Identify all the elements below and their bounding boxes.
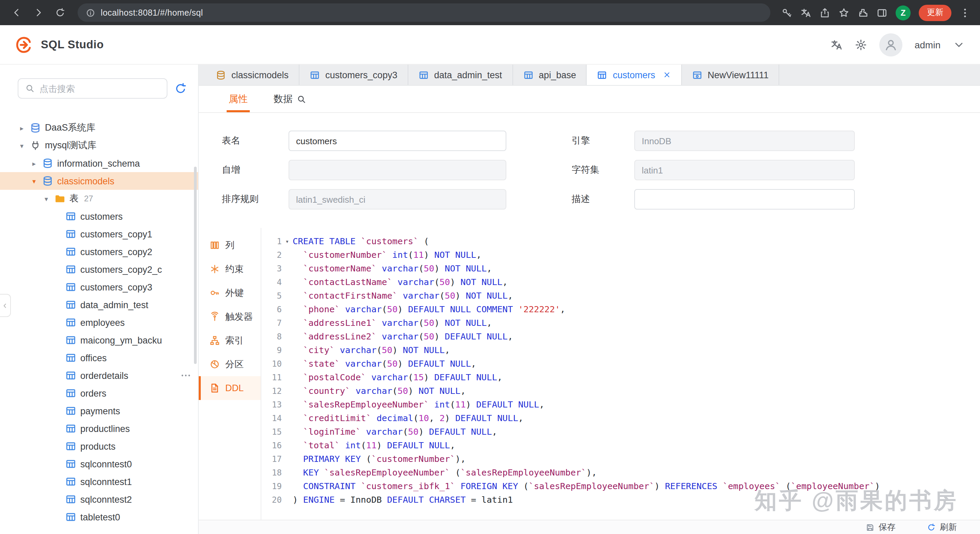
reload-button[interactable] [51, 4, 69, 21]
save-button[interactable]: 保存 [865, 521, 896, 533]
fold-spacer [282, 357, 293, 371]
code-line-10[interactable]: 10 `state` varchar(50) DEFAULT NULL, [261, 357, 980, 371]
charset-input[interactable] [634, 160, 855, 180]
user-avatar[interactable] [879, 33, 902, 56]
tab-classicmodels[interactable]: classicmodels [205, 65, 299, 85]
fold-arrow-icon[interactable]: ▾ [282, 235, 293, 248]
tree-item-orders[interactable]: orders [0, 385, 198, 402]
tree-item-maicong_ym_backu[interactable]: maicong_ym_backu [0, 331, 198, 349]
tree-item-employees[interactable]: employees [0, 314, 198, 331]
extensions-icon[interactable] [858, 7, 869, 18]
chevron-down-icon[interactable]: ▾ [42, 195, 50, 202]
tree-item-customers_copy1[interactable]: customers_copy1 [0, 225, 198, 243]
chevron-down-icon[interactable]: ▾ [18, 142, 26, 149]
forward-button[interactable] [29, 4, 47, 21]
tab-data[interactable]: 数据 [274, 86, 306, 112]
tab-properties[interactable]: 属性 [229, 86, 248, 112]
refresh-connections-icon[interactable] [174, 82, 187, 95]
chevron-down-icon[interactable]: ▾ [30, 177, 38, 185]
tree-item-information_schema[interactable]: ▸information_schema [0, 154, 198, 172]
tree-item-mysql测试库[interactable]: ▾mysql测试库 [0, 137, 198, 154]
tree-item-tabletest0[interactable]: tabletest0 [0, 508, 198, 526]
back-button[interactable] [8, 4, 25, 21]
tab-NewView11111[interactable]: NewView11111 [682, 65, 780, 85]
tree-item-sqlconntest2[interactable]: sqlconntest2 [0, 491, 198, 508]
translate-icon[interactable] [800, 7, 811, 18]
side-menu-partition[interactable]: 分区 [199, 352, 261, 376]
side-menu-index[interactable]: 索引 [199, 329, 261, 352]
code-line-6[interactable]: 6 `phone` varchar(50) DEFAULT NULL COMME… [261, 303, 980, 316]
side-panel-icon[interactable] [877, 7, 888, 18]
tree-item-customers_copy3[interactable]: customers_copy3 [0, 278, 198, 296]
more-actions-icon[interactable] [180, 370, 191, 381]
sidebar-collapse-handle[interactable] [0, 294, 11, 317]
side-menu-constraint[interactable]: 约束 [199, 257, 261, 281]
code-line-16[interactable]: 16 `total` int(11) DEFAULT NULL, [261, 439, 980, 452]
code-line-2[interactable]: 2 `customerNumber` int(11) NOT NULL, [261, 248, 980, 262]
tab-data_admin_test[interactable]: data_admin_test [408, 65, 513, 85]
table-name-input[interactable] [288, 130, 506, 151]
code-line-12[interactable]: 12 `country` varchar(50) NOT NULL, [261, 385, 980, 398]
code-line-5[interactable]: 5 `contactFirstName` varchar(50) NOT NUL… [261, 289, 980, 303]
tree-item-表[interactable]: ▾表27 [0, 190, 198, 208]
tree-item-customers_copy2[interactable]: customers_copy2 [0, 243, 198, 261]
tree-item-products[interactable]: products [0, 437, 198, 455]
code-line-20[interactable]: 20) ENGINE = InnoDB DEFAULT CHARSET = la… [261, 493, 980, 507]
code-line-11[interactable]: 11 `postalCode` varchar(15) DEFAULT NULL… [261, 371, 980, 385]
side-menu-ddl[interactable]: DDL [199, 376, 261, 400]
tree-item-customers[interactable]: customers [0, 208, 198, 225]
auto-increment-input[interactable] [288, 160, 506, 180]
tree-item-orderdetails[interactable]: orderdetails [0, 367, 198, 385]
tree-item-sqlconntest0[interactable]: sqlconntest0 [0, 455, 198, 473]
tab-customers_copy3[interactable]: customers_copy3 [299, 65, 408, 85]
code-line-15[interactable]: 15 `loginTime` varchar(50) DEFAULT NULL, [261, 425, 980, 439]
tree-item-DaaS系统库[interactable]: ▸DaaS系统库 [0, 119, 198, 137]
chevron-right-icon[interactable]: ▸ [18, 124, 26, 132]
tab-api_base[interactable]: api_base [513, 65, 587, 85]
username[interactable]: admin [915, 39, 940, 50]
refresh-button[interactable]: 刷新 [927, 521, 957, 533]
tree-item-offices[interactable]: offices [0, 349, 198, 367]
sidebar-scrollbar[interactable] [194, 167, 197, 364]
tree-item-classicmodels[interactable]: ▾classicmodels [0, 172, 198, 190]
code-line-14[interactable]: 14 `creditLimit` decimal(10, 2) DEFAULT … [261, 412, 980, 425]
code-line-3[interactable]: 3 `customerName` varchar(50) NOT NULL, [261, 262, 980, 275]
search-input[interactable] [40, 83, 160, 94]
tab-customers[interactable]: customers [587, 65, 682, 85]
tree-item-sqlconntest1[interactable]: sqlconntest1 [0, 473, 198, 491]
browser-profile-avatar[interactable]: Z [896, 5, 911, 20]
code-line-13[interactable]: 13 `salesRepEmployeeNumber` int(11) DEFA… [261, 398, 980, 412]
share-icon[interactable] [819, 7, 830, 18]
collation-input[interactable] [288, 189, 506, 210]
tab-close-icon[interactable] [663, 71, 671, 79]
language-icon[interactable] [830, 38, 843, 51]
code-line-19[interactable]: 19 CONSTRAINT `customers_ibfk_1` FOREIGN… [261, 480, 980, 493]
chevron-right-icon[interactable]: ▸ [30, 159, 38, 167]
url-bar[interactable]: localhost:8081/#/home/sql [78, 3, 770, 22]
tree-item-customers_copy2_c[interactable]: customers_copy2_c [0, 261, 198, 278]
password-manager-icon[interactable] [781, 7, 792, 18]
side-menu-fkey[interactable]: 外键 [199, 281, 261, 305]
bookmark-star-icon[interactable] [838, 7, 850, 18]
browser-update-button[interactable]: 更新 [919, 5, 951, 21]
code-line-8[interactable]: 8 `addressLine2` varchar(50) DEFAULT NUL… [261, 330, 980, 343]
tree-item-payments[interactable]: payments [0, 402, 198, 420]
code-line-9[interactable]: 9 `city` varchar(50) NOT NULL, [261, 343, 980, 357]
description-input[interactable] [634, 189, 855, 210]
engine-input[interactable] [634, 130, 855, 151]
browser-menu-icon[interactable] [959, 7, 970, 18]
code-line-4[interactable]: 4 `contactLastName` varchar(50) NOT NULL… [261, 275, 980, 289]
ddl-editor[interactable]: 1▾CREATE TABLE `customers` (2 `customerN… [261, 228, 980, 520]
side-menu-trigger[interactable]: 触发器 [199, 305, 261, 329]
code-line-1[interactable]: 1▾CREATE TABLE `customers` ( [261, 235, 980, 248]
tree-item-productlines[interactable]: productlines [0, 420, 198, 437]
code-line-18[interactable]: 18 KEY `salesRepEmployeeNumber` (`salesR… [261, 466, 980, 480]
site-info-icon[interactable] [86, 8, 95, 17]
settings-gear-icon[interactable] [855, 38, 867, 51]
chevron-down-icon[interactable] [953, 38, 965, 51]
code-line-7[interactable]: 7 `addressLine1` varchar(50) NOT NULL, [261, 316, 980, 330]
tree-item-data_admin_test[interactable]: data_admin_test [0, 296, 198, 314]
search-box[interactable] [18, 78, 167, 99]
side-menu-columns[interactable]: 列 [199, 233, 261, 257]
code-line-17[interactable]: 17 PRIMARY KEY (`customerNumber`), [261, 452, 980, 466]
